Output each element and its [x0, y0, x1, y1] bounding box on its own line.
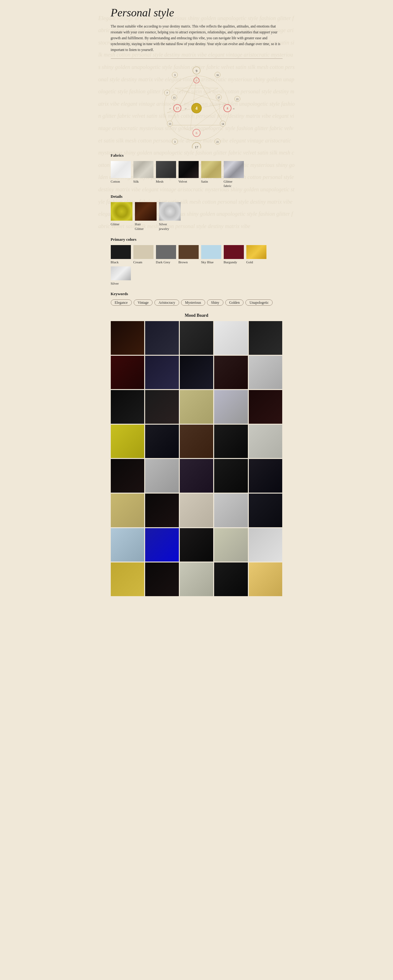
- detail-glitter: Glitter: [111, 202, 133, 231]
- svg-text:6: 6: [196, 131, 197, 135]
- color-swatch-dark-grey: [156, 245, 176, 259]
- mood-img-19: [214, 425, 248, 458]
- fabric-label-glitter-fabric: Glitterfabric: [224, 179, 233, 188]
- details-section: Details Glitter HairGlitter Silverjewelr…: [111, 194, 283, 231]
- mood-row-7: [111, 528, 283, 562]
- mood-img-40: [249, 562, 283, 596]
- svg-line-4: [169, 76, 196, 125]
- detail-swatch-silver-jewelry: [159, 202, 181, 221]
- keyword-mysterious: Mysterious: [181, 299, 205, 305]
- mood-img-13: [180, 390, 214, 424]
- keyword-vintage: Vintage: [134, 299, 153, 305]
- svg-text:3: 3: [174, 140, 176, 143]
- svg-text:9: 9: [196, 69, 197, 73]
- svg-text:13: 13: [169, 123, 171, 126]
- color-swatch-gold: [246, 245, 267, 259]
- color-label-gold: Gold: [246, 260, 253, 264]
- colors-section: Primary colors Black Cream Dark Grey Bro…: [111, 237, 283, 285]
- enneagram-svg: 4 9 3 16 9 7 21 13: [150, 65, 243, 148]
- fabric-swatch-mesh: [156, 161, 176, 178]
- color-silver: Silver: [111, 266, 131, 285]
- svg-text:13: 13: [173, 96, 176, 99]
- fabrics-label: Fabrics: [111, 153, 283, 158]
- colors-label: Primary colors: [111, 237, 283, 242]
- mood-img-14: [214, 390, 248, 424]
- mood-img-37: [145, 562, 179, 596]
- mood-img-12: [145, 390, 179, 424]
- color-cream: Cream: [133, 245, 153, 264]
- mood-img-21: [111, 459, 144, 493]
- color-label-silver: Silver: [111, 282, 119, 285]
- keyword-golden: Golden: [225, 299, 244, 305]
- mood-img-1: [111, 321, 144, 355]
- mood-img-18: [180, 425, 214, 458]
- details-label: Details: [111, 194, 283, 199]
- mood-img-28: [180, 493, 214, 527]
- mood-img-30: [249, 493, 283, 527]
- mood-img-39: [214, 562, 248, 596]
- color-swatch-cream: [133, 245, 153, 259]
- color-label-burgundy: Burgundy: [224, 260, 237, 264]
- fabric-mesh: Mesh: [156, 161, 176, 188]
- mood-img-34: [214, 528, 248, 562]
- color-label-cream: Cream: [133, 260, 142, 264]
- mood-board-title: Mood Board: [111, 313, 283, 318]
- mood-img-5: [249, 321, 283, 355]
- color-label-dark-grey: Dark Grey: [156, 260, 171, 264]
- svg-text:21: 21: [236, 98, 239, 101]
- fabric-label-cotton: Cotton: [111, 179, 120, 184]
- svg-text:9: 9: [196, 79, 197, 82]
- color-dark-grey: Dark Grey: [156, 245, 176, 264]
- fabric-glitter-fabric: Glitterfabric: [224, 161, 244, 188]
- svg-line-2: [196, 76, 224, 125]
- color-gold: Gold: [246, 245, 267, 264]
- keyword-elegance: Elegance: [111, 299, 132, 305]
- svg-text:7: 7: [166, 91, 168, 95]
- details-grid: Glitter HairGlitter Silverjewelry: [111, 202, 283, 231]
- fabric-swatch-velvet: [179, 161, 199, 178]
- mood-img-17: [145, 425, 179, 458]
- mood-board: Mood Board: [111, 313, 283, 596]
- fabric-swatch-cotton: [111, 161, 131, 178]
- mood-row-8: [111, 562, 283, 596]
- detail-label-silver-jewelry: Silverjewelry: [159, 222, 169, 231]
- svg-text:21: 21: [216, 141, 219, 143]
- detail-hair-glitter: HairGlitter: [135, 202, 157, 231]
- page-title: Personal style: [111, 6, 283, 19]
- mood-img-35: [249, 528, 283, 562]
- mood-img-9: [214, 356, 248, 390]
- mood-row-2: [111, 356, 283, 390]
- mood-img-23: [180, 459, 214, 493]
- fabric-cotton: Cotton: [111, 161, 131, 188]
- color-brown: Brown: [179, 245, 199, 264]
- mood-img-27: [145, 493, 179, 527]
- svg-text:16: 16: [216, 74, 219, 76]
- color-swatch-brown: [179, 245, 199, 259]
- mood-img-31: [111, 528, 144, 562]
- fabrics-section: Fabrics Cotton Silk Mesh Velvet Satin: [111, 153, 283, 188]
- mood-row-1: [111, 321, 283, 355]
- mood-img-3: [180, 321, 214, 355]
- mood-row-4: [111, 425, 283, 458]
- detail-label-glitter: Glitter: [111, 222, 120, 226]
- keyword-aristocracy: Aristocracy: [154, 299, 179, 305]
- mood-img-15: [249, 390, 283, 424]
- color-sky-blue: Sky Blue: [201, 245, 221, 264]
- keyword-shiny: Shiny: [207, 299, 224, 305]
- detail-silver-jewelry: Silverjewelry: [159, 202, 181, 231]
- keywords-label: Keywords: [111, 291, 283, 296]
- keywords-section: Keywords Elegance Vintage Aristocracy My…: [111, 291, 283, 305]
- color-label-black: Black: [111, 260, 119, 264]
- intro-text: The most suitable vibe according to your…: [111, 24, 283, 53]
- mood-img-20: [249, 425, 283, 458]
- svg-text:i7: i7: [185, 108, 187, 110]
- mood-img-25: [249, 459, 283, 493]
- svg-text:i8: i8: [233, 108, 235, 110]
- color-swatch-sky-blue: [201, 245, 221, 259]
- mood-row-6: [111, 493, 283, 527]
- fabric-swatch-glitter: [224, 161, 244, 178]
- mood-img-24: [214, 459, 248, 493]
- mood-row-3: [111, 390, 283, 424]
- mood-img-8: [180, 356, 214, 390]
- color-swatch-black: [111, 245, 131, 259]
